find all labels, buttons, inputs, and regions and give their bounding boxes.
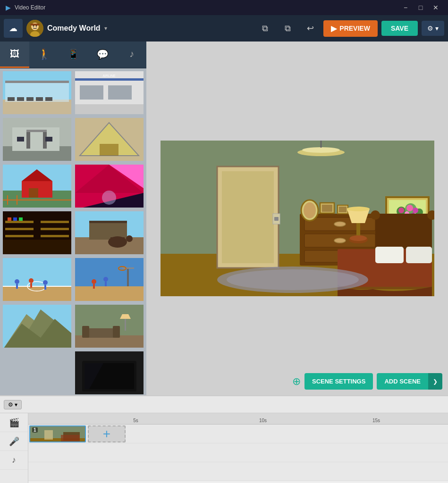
svg-point-143 xyxy=(227,269,359,290)
svg-rect-53 xyxy=(41,235,69,237)
video-track-icon: 🎬 xyxy=(0,413,28,432)
svg-rect-29 xyxy=(45,137,52,142)
svg-rect-66 xyxy=(3,286,71,302)
svg-rect-52 xyxy=(41,228,69,230)
scene-thumb-ranch[interactable] xyxy=(74,210,144,255)
avatar-image xyxy=(26,20,43,37)
maximize-button[interactable]: □ xyxy=(414,2,427,13)
svg-rect-146 xyxy=(44,430,53,440)
svg-rect-81 xyxy=(93,284,95,289)
characters-icon: 🚶 xyxy=(38,48,51,60)
svg-rect-74 xyxy=(44,285,46,290)
scene-thumb-security[interactable] xyxy=(2,117,72,162)
add-clip-button[interactable]: + xyxy=(88,425,126,442)
scene-img-tv xyxy=(75,351,144,395)
zoom-button[interactable]: ⊕ xyxy=(292,375,301,388)
paste-button[interactable]: ⧉ xyxy=(278,19,297,38)
timeline-ruler: 5s 10s 15s xyxy=(28,413,448,425)
svg-rect-59 xyxy=(89,221,127,240)
scene-thumb-stage[interactable] xyxy=(74,164,144,208)
svg-rect-140 xyxy=(375,247,404,263)
svg-rect-62 xyxy=(110,237,113,244)
cloud-button[interactable]: ☁ xyxy=(4,19,23,38)
svg-point-80 xyxy=(92,279,96,284)
timeline-settings-button[interactable]: ⚙ ▾ xyxy=(4,400,22,409)
svg-rect-25 xyxy=(26,130,30,149)
project-avatar xyxy=(26,20,43,37)
scene-thumb-airport[interactable] xyxy=(2,70,72,115)
svg-rect-83 xyxy=(105,282,107,286)
add-clip-icon: + xyxy=(103,426,110,441)
svg-rect-10 xyxy=(5,81,69,83)
svg-rect-91 xyxy=(82,326,89,338)
svg-rect-77 xyxy=(127,267,129,286)
preview-label: PREVIEW xyxy=(339,25,370,32)
settings-button[interactable]: ⚙ ▾ xyxy=(422,21,444,36)
add-scene-dropdown-button[interactable]: ❯ xyxy=(428,373,442,390)
scene-thumb-farm[interactable] xyxy=(2,164,72,208)
tab-music[interactable]: ♪ xyxy=(117,42,146,68)
svg-rect-47 xyxy=(3,240,71,255)
svg-point-122 xyxy=(350,235,367,241)
paste-icon: ⧉ xyxy=(285,24,291,33)
add-scene-chevron: ❯ xyxy=(433,378,438,385)
svg-point-131 xyxy=(406,205,413,211)
scene-thumb-tv[interactable] xyxy=(74,350,144,395)
text-icon: 💬 xyxy=(97,49,109,60)
svg-rect-27 xyxy=(26,130,47,132)
scene-img-airport xyxy=(3,71,71,115)
tab-backgrounds[interactable]: 🖼 xyxy=(0,42,29,68)
undo-button[interactable]: ↩ xyxy=(301,19,320,38)
project-selector[interactable]: Comedy World ▾ xyxy=(26,20,107,37)
clip-thumbnail xyxy=(30,426,86,442)
tab-devices[interactable]: 📱 xyxy=(59,42,88,68)
scene-img-ranch xyxy=(75,211,144,255)
music-clips-row xyxy=(28,462,448,481)
timeline-settings-icon: ⚙ xyxy=(8,401,13,408)
tab-text[interactable]: 💬 xyxy=(88,42,117,68)
preview-button[interactable]: ▶ PREVIEW xyxy=(323,20,378,37)
scene-thumb-store[interactable] xyxy=(2,210,72,255)
svg-rect-50 xyxy=(5,235,34,237)
scene-thumb-basketball[interactable] xyxy=(2,257,72,302)
scene-settings-button[interactable]: SCENE SETTINGS xyxy=(304,373,373,390)
window-controls: − □ ✕ xyxy=(399,2,442,13)
svg-rect-48 xyxy=(5,221,34,223)
svg-rect-18 xyxy=(80,85,103,100)
scene-thumb-airport2[interactable]: AIRLINE xyxy=(74,70,144,115)
svg-rect-37 xyxy=(29,188,38,198)
scene-thumb-mountains[interactable] xyxy=(2,304,72,349)
header-bar: ☁ Comedy World ▾ ⧉ ⧉ ↩ ▶ PREVIEW xyxy=(0,15,448,42)
scene-thumb-tent[interactable] xyxy=(74,117,144,162)
svg-point-130 xyxy=(398,208,404,213)
music-track-icon: ♪ xyxy=(0,451,28,470)
svg-rect-28 xyxy=(17,137,24,142)
scene-thumb-bedroom-sm[interactable] xyxy=(74,304,144,349)
tab-characters[interactable]: 🚶 xyxy=(29,42,59,68)
canvas-bottom-bar: ⊕ SCENE SETTINGS ADD SCENE ❯ xyxy=(292,373,442,390)
music-icon: ♪ xyxy=(129,49,134,59)
project-dropdown-arrow: ▾ xyxy=(104,25,107,32)
svg-text:AIRLINE: AIRLINE xyxy=(102,74,116,77)
svg-rect-117 xyxy=(322,205,332,212)
cloud-icon: ☁ xyxy=(9,23,17,33)
close-button[interactable]: ✕ xyxy=(429,2,442,13)
add-scene-button[interactable]: ADD SCENE xyxy=(377,373,428,390)
scene-img-bball2 xyxy=(75,258,144,302)
sidebar-tabs: 🖼 🚶 📱 💬 ♪ xyxy=(0,42,146,68)
main-canvas xyxy=(161,141,434,296)
copy-button[interactable]: ⧉ xyxy=(255,19,274,38)
svg-rect-14 xyxy=(36,97,43,101)
scene-clip-1[interactable]: 1 xyxy=(29,425,86,442)
svg-rect-76 xyxy=(75,286,144,302)
timeline-body: 🎬 🎤 ♪ 5s 10s 15s xyxy=(0,413,448,483)
svg-point-82 xyxy=(103,277,108,282)
minimize-button[interactable]: − xyxy=(399,2,412,13)
bedroom-scene-svg xyxy=(161,141,434,296)
scene-img-farm xyxy=(3,165,71,208)
svg-rect-148 xyxy=(61,435,80,442)
scene-thumb-bball2[interactable] xyxy=(74,257,144,302)
save-button[interactable]: SAVE xyxy=(381,21,418,36)
scene-img-airport2: AIRLINE xyxy=(75,71,144,115)
svg-point-73 xyxy=(43,280,48,285)
